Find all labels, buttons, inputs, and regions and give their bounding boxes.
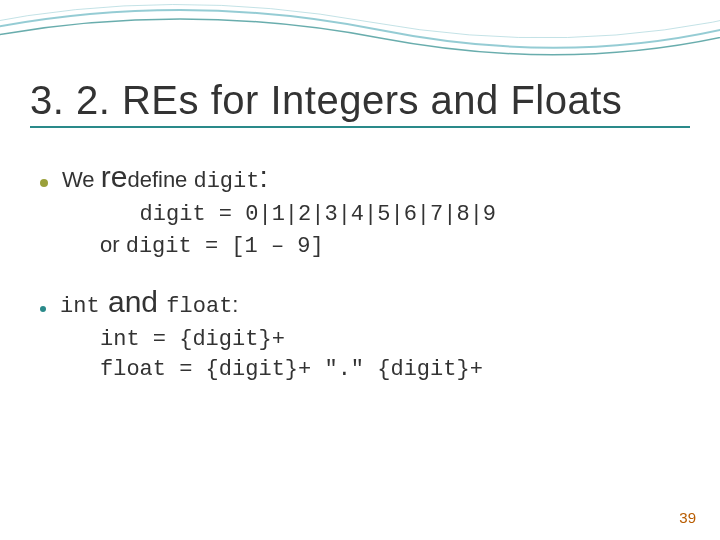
slide: 3. 2. REs for Integers and Floats We red… — [0, 0, 720, 540]
text-digit: digit — [193, 169, 259, 194]
code-block-2: int = {digit}+ float = {digit}+ "." {dig… — [100, 325, 680, 384]
code2-line1: int = {digit}+ — [100, 327, 285, 352]
bullet-2: int and float: — [40, 285, 680, 319]
text-colon1: : — [259, 160, 267, 193]
bullet-dot-icon — [40, 179, 48, 187]
bullet-2-text: int and float: — [60, 285, 238, 319]
code1-line1: digit = 0|1|2|3|4|5|6|7|8|9 — [100, 202, 496, 227]
slide-title: 3. 2. REs for Integers and Floats — [30, 78, 690, 128]
text-define: define — [127, 167, 193, 192]
code1-or: or — [100, 232, 126, 257]
text-and: and — [100, 285, 167, 318]
code-block-1: digit = 0|1|2|3|4|5|6|7|8|9 or digit = [… — [100, 200, 680, 261]
text-colon2: : — [232, 292, 238, 317]
text-re: re — [101, 160, 128, 193]
bullet-1: We redefine digit: — [40, 160, 680, 194]
title-area: 3. 2. REs for Integers and Floats — [30, 78, 690, 128]
page-number: 39 — [679, 509, 696, 526]
slide-body: We redefine digit: digit = 0|1|2|3|4|5|6… — [40, 160, 680, 409]
code2-line2: float = {digit}+ "." {digit}+ — [100, 357, 483, 382]
bullet-1-text: We redefine digit: — [62, 160, 268, 194]
text-we: We — [62, 167, 101, 192]
bullet-dot-icon — [40, 306, 46, 312]
text-float: float — [166, 294, 232, 319]
header-swoosh — [0, 0, 720, 70]
text-int: int — [60, 294, 100, 319]
code1-line2: digit = [1 – 9] — [126, 234, 324, 259]
